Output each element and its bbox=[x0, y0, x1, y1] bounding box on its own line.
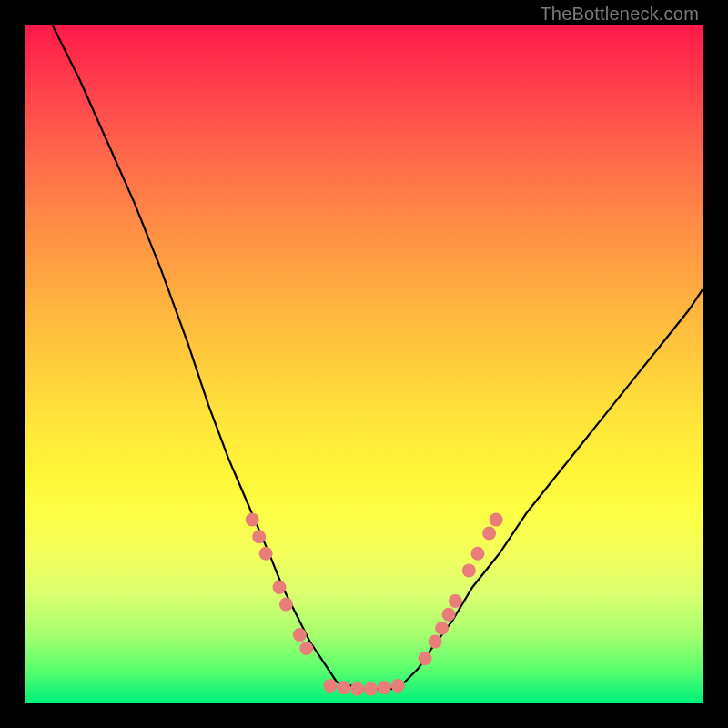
curve-layer bbox=[25, 25, 703, 703]
chart-frame: TheBottleneck.com bbox=[0, 0, 728, 728]
plot-area bbox=[25, 25, 703, 703]
curve-markers bbox=[246, 513, 503, 696]
marker-dot bbox=[449, 594, 462, 608]
marker-dot bbox=[279, 598, 293, 612]
watermark-text: TheBottleneck.com bbox=[540, 4, 699, 25]
marker-dot bbox=[419, 652, 432, 665]
marker-dot bbox=[391, 679, 405, 693]
marker-dot bbox=[462, 563, 476, 577]
marker-dot bbox=[299, 642, 313, 655]
marker-dot bbox=[273, 581, 287, 594]
marker-dot bbox=[323, 679, 337, 693]
marker-dot bbox=[337, 681, 350, 694]
marker-dot bbox=[246, 513, 259, 527]
marker-dot bbox=[482, 527, 496, 541]
marker-dot bbox=[442, 608, 456, 622]
marker-dot bbox=[429, 635, 442, 649]
marker-dot bbox=[350, 682, 364, 696]
bottleneck-curve bbox=[53, 25, 703, 689]
marker-dot bbox=[471, 547, 485, 561]
marker-dot bbox=[490, 513, 503, 527]
marker-dot bbox=[293, 628, 307, 642]
marker-dot bbox=[364, 682, 378, 696]
marker-dot bbox=[435, 622, 449, 635]
marker-dot bbox=[259, 547, 273, 561]
marker-dot bbox=[378, 681, 391, 694]
marker-dot bbox=[252, 530, 266, 543]
